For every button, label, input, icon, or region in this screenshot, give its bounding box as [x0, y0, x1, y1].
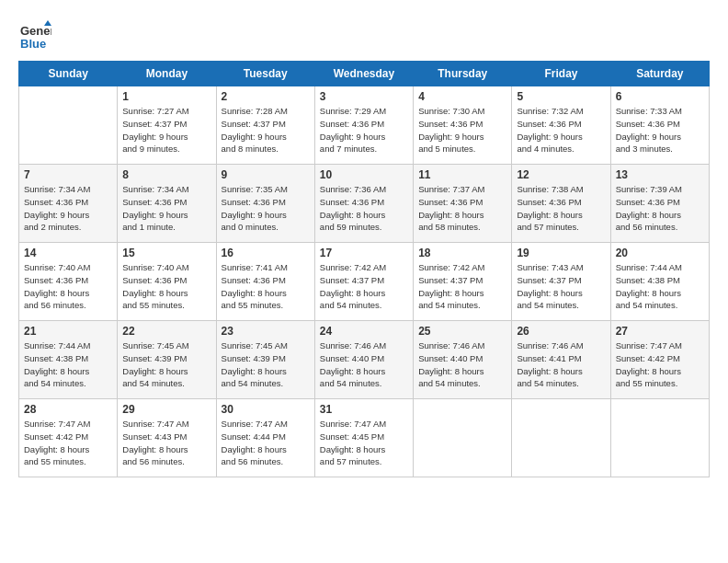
day-number: 17: [320, 247, 408, 259]
day-number: 26: [517, 325, 605, 338]
calendar-cell: [414, 399, 512, 477]
calendar-cell: 27Sunrise: 7:47 AM Sunset: 4:42 PM Dayli…: [610, 321, 709, 399]
calendar-cell: 11Sunrise: 7:37 AM Sunset: 4:36 PM Dayli…: [414, 165, 512, 243]
calendar-cell: 3Sunrise: 7:29 AM Sunset: 4:36 PM Daylig…: [314, 86, 413, 165]
day-number: 25: [418, 325, 506, 338]
day-info: Sunrise: 7:38 AM Sunset: 4:36 PM Dayligh…: [517, 183, 605, 234]
day-number: 30: [222, 403, 310, 416]
day-number: 24: [320, 325, 408, 338]
weekday-header: Tuesday: [216, 62, 314, 86]
calendar-cell: 13Sunrise: 7:39 AM Sunset: 4:36 PM Dayli…: [610, 165, 709, 243]
day-number: 5: [517, 90, 605, 103]
day-info: Sunrise: 7:41 AM Sunset: 4:36 PM Dayligh…: [222, 261, 310, 312]
day-number: 15: [122, 247, 210, 259]
day-number: 9: [222, 168, 310, 181]
day-number: 28: [24, 403, 112, 416]
calendar-cell: 29Sunrise: 7:47 AM Sunset: 4:43 PM Dayli…: [118, 399, 216, 477]
calendar-cell: 1Sunrise: 7:27 AM Sunset: 4:37 PM Daylig…: [118, 86, 216, 165]
calendar-cell: 16Sunrise: 7:41 AM Sunset: 4:36 PM Dayli…: [216, 243, 314, 321]
calendar-cell: 12Sunrise: 7:38 AM Sunset: 4:36 PM Dayli…: [512, 165, 610, 243]
logo: General Blue: [18, 18, 55, 52]
calendar-week-row: 21Sunrise: 7:44 AM Sunset: 4:38 PM Dayli…: [19, 321, 710, 399]
day-number: 11: [418, 168, 506, 181]
day-info: Sunrise: 7:42 AM Sunset: 4:37 PM Dayligh…: [418, 261, 506, 312]
day-number: 23: [222, 325, 310, 338]
day-number: 29: [122, 403, 210, 416]
calendar-cell: 21Sunrise: 7:44 AM Sunset: 4:38 PM Dayli…: [19, 321, 118, 399]
day-info: Sunrise: 7:39 AM Sunset: 4:36 PM Dayligh…: [616, 183, 704, 234]
day-number: 12: [517, 168, 605, 181]
day-info: Sunrise: 7:40 AM Sunset: 4:36 PM Dayligh…: [122, 261, 210, 312]
weekday-header: Thursday: [414, 62, 512, 86]
calendar-cell: 23Sunrise: 7:45 AM Sunset: 4:39 PM Dayli…: [216, 321, 314, 399]
weekday-header: Friday: [512, 62, 610, 86]
day-number: 8: [122, 168, 210, 181]
calendar-cell: 28Sunrise: 7:47 AM Sunset: 4:42 PM Dayli…: [19, 399, 118, 477]
calendar-header: SundayMondayTuesdayWednesdayThursdayFrid…: [19, 62, 710, 86]
day-info: Sunrise: 7:34 AM Sunset: 4:36 PM Dayligh…: [122, 183, 210, 234]
day-info: Sunrise: 7:28 AM Sunset: 4:37 PM Dayligh…: [222, 105, 310, 155]
day-info: Sunrise: 7:47 AM Sunset: 4:42 PM Dayligh…: [24, 418, 112, 468]
day-info: Sunrise: 7:44 AM Sunset: 4:38 PM Dayligh…: [24, 339, 112, 390]
day-number: 27: [616, 325, 704, 338]
calendar-cell: 26Sunrise: 7:46 AM Sunset: 4:41 PM Dayli…: [512, 321, 610, 399]
day-number: 13: [616, 168, 704, 181]
calendar-cell: [512, 399, 610, 477]
day-info: Sunrise: 7:47 AM Sunset: 4:43 PM Dayligh…: [122, 418, 210, 468]
weekday-header: Sunday: [19, 62, 118, 86]
calendar-week-row: 1Sunrise: 7:27 AM Sunset: 4:37 PM Daylig…: [19, 86, 710, 165]
calendar-cell: 22Sunrise: 7:45 AM Sunset: 4:39 PM Dayli…: [118, 321, 216, 399]
calendar-cell: 2Sunrise: 7:28 AM Sunset: 4:37 PM Daylig…: [216, 86, 314, 165]
day-number: 2: [222, 90, 310, 103]
day-number: 7: [24, 168, 112, 181]
day-info: Sunrise: 7:43 AM Sunset: 4:37 PM Dayligh…: [517, 261, 605, 312]
day-number: 6: [616, 90, 704, 103]
day-info: Sunrise: 7:37 AM Sunset: 4:36 PM Dayligh…: [418, 183, 506, 234]
day-info: Sunrise: 7:34 AM Sunset: 4:36 PM Dayligh…: [24, 183, 112, 234]
weekday-header: Monday: [118, 62, 216, 86]
calendar-cell: 25Sunrise: 7:46 AM Sunset: 4:40 PM Dayli…: [414, 321, 512, 399]
day-info: Sunrise: 7:42 AM Sunset: 4:37 PM Dayligh…: [320, 261, 408, 312]
calendar-cell: 15Sunrise: 7:40 AM Sunset: 4:36 PM Dayli…: [118, 243, 216, 321]
calendar-cell: 24Sunrise: 7:46 AM Sunset: 4:40 PM Dayli…: [314, 321, 413, 399]
day-number: 21: [24, 325, 112, 338]
calendar-cell: 4Sunrise: 7:30 AM Sunset: 4:36 PM Daylig…: [414, 86, 512, 165]
calendar-week-row: 14Sunrise: 7:40 AM Sunset: 4:36 PM Dayli…: [19, 243, 710, 321]
day-info: Sunrise: 7:47 AM Sunset: 4:42 PM Dayligh…: [616, 339, 704, 390]
day-info: Sunrise: 7:47 AM Sunset: 4:45 PM Dayligh…: [320, 418, 408, 468]
day-info: Sunrise: 7:30 AM Sunset: 4:36 PM Dayligh…: [418, 105, 506, 155]
calendar-cell: [19, 86, 118, 165]
day-info: Sunrise: 7:46 AM Sunset: 4:40 PM Dayligh…: [418, 339, 506, 390]
logo-icon: General Blue: [18, 18, 51, 52]
svg-marker-2: [44, 20, 51, 26]
calendar-week-row: 28Sunrise: 7:47 AM Sunset: 4:42 PM Dayli…: [19, 399, 710, 477]
day-number: 19: [517, 247, 605, 259]
calendar-cell: 5Sunrise: 7:32 AM Sunset: 4:36 PM Daylig…: [512, 86, 610, 165]
calendar-cell: 8Sunrise: 7:34 AM Sunset: 4:36 PM Daylig…: [118, 165, 216, 243]
svg-text:Blue: Blue: [20, 37, 46, 51]
calendar-cell: 30Sunrise: 7:47 AM Sunset: 4:44 PM Dayli…: [216, 399, 314, 477]
day-number: 14: [24, 247, 112, 259]
day-info: Sunrise: 7:46 AM Sunset: 4:40 PM Dayligh…: [320, 339, 408, 390]
calendar-cell: 14Sunrise: 7:40 AM Sunset: 4:36 PM Dayli…: [19, 243, 118, 321]
calendar-cell: 18Sunrise: 7:42 AM Sunset: 4:37 PM Dayli…: [414, 243, 512, 321]
calendar-cell: 17Sunrise: 7:42 AM Sunset: 4:37 PM Dayli…: [314, 243, 413, 321]
day-info: Sunrise: 7:29 AM Sunset: 4:36 PM Dayligh…: [320, 105, 408, 155]
day-info: Sunrise: 7:36 AM Sunset: 4:36 PM Dayligh…: [320, 183, 408, 234]
day-info: Sunrise: 7:33 AM Sunset: 4:36 PM Dayligh…: [616, 105, 704, 155]
day-info: Sunrise: 7:47 AM Sunset: 4:44 PM Dayligh…: [222, 418, 310, 468]
day-number: 4: [418, 90, 506, 103]
day-info: Sunrise: 7:35 AM Sunset: 4:36 PM Dayligh…: [222, 183, 310, 234]
calendar-cell: 9Sunrise: 7:35 AM Sunset: 4:36 PM Daylig…: [216, 165, 314, 243]
day-number: 20: [616, 247, 704, 259]
svg-text:General: General: [20, 24, 51, 38]
calendar-cell: [610, 399, 709, 477]
calendar-cell: 6Sunrise: 7:33 AM Sunset: 4:36 PM Daylig…: [610, 86, 709, 165]
calendar-week-row: 7Sunrise: 7:34 AM Sunset: 4:36 PM Daylig…: [19, 165, 710, 243]
day-number: 10: [320, 168, 408, 181]
day-info: Sunrise: 7:46 AM Sunset: 4:41 PM Dayligh…: [517, 339, 605, 390]
calendar-cell: 7Sunrise: 7:34 AM Sunset: 4:36 PM Daylig…: [19, 165, 118, 243]
calendar-table: SundayMondayTuesdayWednesdayThursdayFrid…: [18, 61, 710, 477]
weekday-header: Wednesday: [314, 62, 413, 86]
calendar-cell: 10Sunrise: 7:36 AM Sunset: 4:36 PM Dayli…: [314, 165, 413, 243]
